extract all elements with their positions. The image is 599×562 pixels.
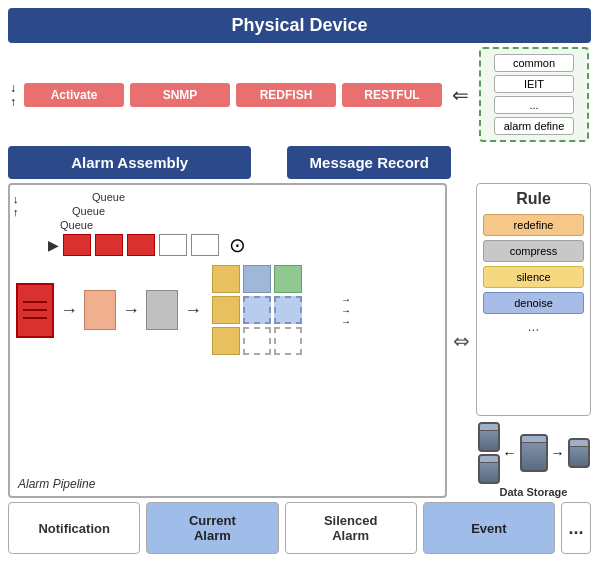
- activate-btn[interactable]: Activate: [24, 83, 124, 107]
- rule-box: Rule redefine compress silence denoise .…: [476, 183, 591, 416]
- left-double-arrow: ⇐: [452, 83, 469, 107]
- cg-5: [243, 296, 271, 324]
- red-line-1: [23, 301, 47, 303]
- alarm-assembly-box: Alarm Assembly: [8, 146, 251, 179]
- cylinder-1: [478, 422, 500, 452]
- content-area: ↓ ↑ Queue Queue Queue ▶: [8, 183, 591, 498]
- adapt-ieit: IEIT: [494, 75, 574, 93]
- current-alarm-btn[interactable]: Current Alarm: [146, 502, 278, 554]
- bottom-bar: Notification Current Alarm Silenced Alar…: [8, 502, 591, 554]
- cylinder-main: [520, 434, 548, 472]
- rule-denoise[interactable]: denoise: [483, 292, 584, 314]
- main-wrapper: Physical Device ↓ ↑ Activate SNMP REDFIS…: [0, 0, 599, 562]
- grid-to-storage-arrows: → → →: [341, 294, 351, 327]
- gray-process-box: [146, 290, 178, 330]
- more-dots-btn[interactable]: ...: [561, 502, 591, 554]
- queue-label-3: Queue: [60, 219, 439, 231]
- cg-3: [274, 265, 302, 293]
- rule-more-dots: ...: [483, 318, 584, 334]
- cylinders: ← →: [478, 422, 590, 484]
- pipeline-arrow-2: →: [122, 300, 140, 321]
- assembly-message-row: Alarm Assembly Message Record: [8, 146, 591, 179]
- bottom-pipeline: → → →: [16, 265, 439, 355]
- red-box-1: [63, 234, 91, 256]
- pipeline-area: ↓ ↑ Queue Queue Queue ▶: [8, 183, 447, 498]
- cg-2: [243, 265, 271, 293]
- cg-1: [212, 265, 240, 293]
- red-box-3: [127, 234, 155, 256]
- white-box-1: [159, 234, 187, 256]
- storage-right-arrow: →: [551, 445, 565, 461]
- big-red-alarm-box: [16, 283, 54, 338]
- peach-process-box: [84, 290, 116, 330]
- vertical-arrows-left: ↓ ↑: [13, 193, 19, 218]
- notification-btn[interactable]: Notification: [8, 502, 140, 554]
- top-queue-row: ▶ ⊙: [48, 233, 439, 257]
- cylinder-2: [478, 454, 500, 484]
- red-line-3: [23, 317, 47, 319]
- red-box-2: [95, 234, 123, 256]
- cg-7: [212, 327, 240, 355]
- cg-4: [212, 296, 240, 324]
- redfish-btn[interactable]: REDFISH: [236, 83, 336, 107]
- adaptation-layer: common IEIT ... alarm define Adaptation …: [479, 47, 589, 142]
- cg-6: [274, 296, 302, 324]
- restful-btn[interactable]: RESTFUL: [342, 83, 442, 107]
- adapt-common: common: [494, 54, 574, 72]
- data-storage-label: Data Storage: [500, 486, 568, 498]
- physical-device-title: Physical Device: [8, 8, 591, 43]
- red-line-2: [23, 309, 47, 311]
- protocol-row: ↓ ↑ Activate SNMP REDFISH RESTFUL ⇐ comm…: [8, 47, 591, 142]
- rule-compress[interactable]: compress: [483, 240, 584, 262]
- pipeline-arrow-1: →: [60, 300, 78, 321]
- storage-left-arrow: ←: [503, 445, 517, 461]
- clock-icon: ⊙: [229, 233, 246, 257]
- rule-redefine[interactable]: redefine: [483, 214, 584, 236]
- rule-silence[interactable]: silence: [483, 266, 584, 288]
- adapt-alarm-define: alarm define: [494, 117, 574, 135]
- queue-arrow: ▶: [48, 237, 59, 253]
- pipeline-rule-arrow: ⇔: [453, 329, 470, 353]
- queue-label-1: Queue: [92, 191, 439, 203]
- message-record-box: Message Record: [287, 146, 451, 179]
- white-box-2: [191, 234, 219, 256]
- pipeline-label: Alarm Pipeline: [18, 477, 95, 491]
- snmp-btn[interactable]: SNMP: [130, 83, 230, 107]
- right-panel: Rule redefine compress silence denoise .…: [476, 183, 591, 498]
- pipeline-arrow-3: →: [184, 300, 202, 321]
- queue-label-2: Queue: [72, 205, 439, 217]
- rule-title: Rule: [483, 190, 584, 208]
- cg-9: [274, 327, 302, 355]
- cg-8: [243, 327, 271, 355]
- silenced-alarm-btn[interactable]: Silenced Alarm: [285, 502, 417, 554]
- data-storage-area: ← → Data Storage: [476, 422, 591, 498]
- color-grid: [212, 265, 333, 355]
- event-btn[interactable]: Event: [423, 502, 555, 554]
- queue-row: Queue ▶ ⊙: [40, 219, 439, 257]
- queue-section: Queue Queue: [32, 191, 439, 217]
- adapt-dots: ...: [494, 96, 574, 114]
- up-down-arrows: ↓ ↑: [10, 81, 16, 109]
- cylinder-4: [568, 438, 590, 468]
